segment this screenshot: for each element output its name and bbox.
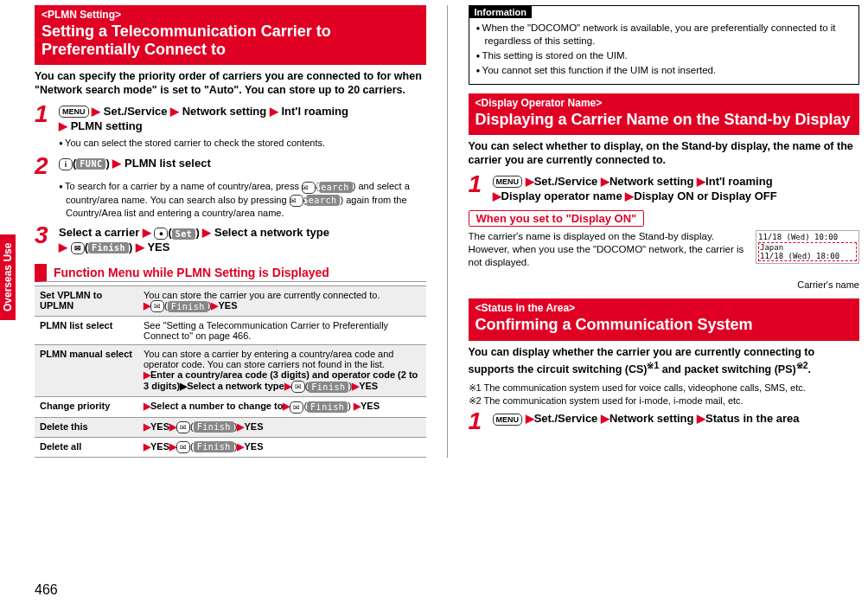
intro-display: You can select whether to display, on th… bbox=[469, 140, 860, 167]
step1-seg1: Set./Service bbox=[104, 105, 168, 118]
table-row: Set VPLMN to UPLMN You can store the car… bbox=[35, 286, 426, 317]
fn-name: Set VPLMN to UPLMN bbox=[35, 286, 138, 317]
arrow-icon: ▶ bbox=[202, 226, 211, 239]
fn-name: Change priority bbox=[35, 397, 138, 417]
fn-desc: ▶YES▶✉(Finish)▶YES bbox=[138, 417, 426, 437]
subsection-display-on: When you set to "Display ON" bbox=[469, 210, 645, 227]
step3: 3 Select a carrier ▶ ●(Set) ▶ Select a n… bbox=[35, 224, 426, 255]
step-num: 1 bbox=[469, 410, 488, 432]
page-number: 466 bbox=[35, 582, 58, 598]
page-columns: <PLMN Setting> Setting a Telecommunicati… bbox=[35, 5, 859, 458]
mail-key-icon: ✉ bbox=[302, 182, 316, 194]
arrow-icon: ▶ bbox=[270, 105, 278, 118]
fn-desc: ▶YES▶✉(Finish)▶YES bbox=[138, 437, 426, 457]
function-menu-header: Function Menu while PLMN Setting is Disp… bbox=[35, 264, 426, 282]
fn-desc: You can store the carrier you are curren… bbox=[138, 286, 426, 317]
arrow-icon: ▶ bbox=[143, 226, 151, 239]
title-plmn: Setting a Telecommunication Carrier to P… bbox=[41, 22, 419, 58]
menu-key-icon: MENU bbox=[59, 106, 89, 118]
header-plmn-setting: <PLMN Setting> Setting a Telecommunicati… bbox=[35, 5, 426, 65]
arrow-icon: ▶ bbox=[170, 105, 179, 118]
display-on-block: 11/18 (Wed) 10:00 Japan 11/18 (Wed) 18:0… bbox=[469, 230, 860, 290]
preview-carrier: Japan bbox=[760, 243, 855, 252]
func-label: FUNC bbox=[76, 158, 105, 170]
step1-seg4: PLMN setting bbox=[71, 119, 143, 132]
arrow-icon: ▶ bbox=[59, 241, 67, 253]
intro-status: You can display whether the carrier you … bbox=[469, 346, 860, 376]
mail-key-icon: ✉ bbox=[176, 421, 190, 433]
intro-plmn: You can specify the priority order of ca… bbox=[35, 70, 426, 97]
status-step1: 1 MENU ▶Set./Service ▶Network setting ▶S… bbox=[469, 410, 860, 432]
fn-name: PLMN manual select bbox=[35, 345, 138, 397]
mail-key-icon: ✉ bbox=[290, 195, 303, 207]
mail-key-icon: ✉ bbox=[291, 381, 305, 393]
i-key-icon: i bbox=[59, 158, 73, 170]
arrow-icon: ▶ bbox=[136, 241, 144, 253]
mail-key-icon: ✉ bbox=[176, 441, 190, 453]
step2-note: To search for a carrier by a name of cou… bbox=[59, 180, 426, 219]
preview-caption: Carrier's name bbox=[469, 279, 860, 290]
step1-num: 1 bbox=[35, 103, 54, 134]
step1-note: You can select the stored carrier to che… bbox=[59, 137, 426, 150]
table-row: Delete this ▶YES▶✉(Finish)▶YES bbox=[35, 417, 426, 437]
preview-line1: 11/18 (Wed) 10:00 bbox=[758, 233, 857, 241]
menu-key-icon: MENU bbox=[493, 414, 523, 426]
step-num: 1 bbox=[469, 173, 488, 204]
footnote1: ※1 The communication system used for voi… bbox=[469, 382, 860, 394]
right-column: Information When the "DOCOMO" network is… bbox=[469, 5, 860, 458]
header-status-area: <Status in the Area> Confirming a Commun… bbox=[469, 298, 860, 341]
mail-key-icon: ✉ bbox=[71, 242, 85, 254]
finish-label: Finish bbox=[88, 242, 129, 253]
step2-num: 2 bbox=[35, 155, 54, 176]
fn-name: Delete this bbox=[35, 417, 138, 437]
step2: 2 i(FUNC) ▶ PLMN list select bbox=[35, 155, 426, 176]
mail-key-icon: ✉ bbox=[150, 300, 164, 312]
fn-desc: You can store a carrier by entering a co… bbox=[138, 345, 426, 397]
center-key-icon: ● bbox=[154, 228, 168, 240]
arrow-icon: ▶ bbox=[112, 157, 121, 170]
info-item: You cannot set this function if the UIM … bbox=[476, 64, 852, 77]
mail-key-icon: ✉ bbox=[290, 401, 303, 414]
table-row: PLMN manual select You can store a carri… bbox=[35, 345, 426, 397]
search-label: Search bbox=[306, 195, 340, 206]
fn-desc: ▶Select a number to change to▶✉(Finish) … bbox=[138, 397, 426, 417]
info-item: This setting is stored on the UIM. bbox=[476, 49, 852, 62]
footnote2: ※2 The communication system used for i-m… bbox=[469, 395, 860, 407]
header-display-operator: <Display Operator Name> Displaying a Car… bbox=[469, 93, 860, 136]
step3-yes: YES bbox=[147, 241, 169, 253]
table-row: Change priority ▶Select a number to chan… bbox=[35, 397, 426, 417]
preview-line2b: 11/18 (Wed) 18:00 bbox=[760, 252, 855, 260]
information-box: Information When the "DOCOMO" network is… bbox=[469, 5, 860, 85]
menu-key-icon: MENU bbox=[493, 176, 523, 188]
search-label: Search bbox=[319, 182, 353, 193]
title-status: Confirming a Communication System bbox=[475, 316, 853, 334]
information-label: Information bbox=[469, 6, 533, 18]
standby-preview: 11/18 (Wed) 10:00 Japan 11/18 (Wed) 18:0… bbox=[756, 230, 859, 264]
fn-name: PLMN list select bbox=[35, 317, 138, 345]
step2-label: PLMN list select bbox=[124, 157, 211, 170]
arrow-icon: ▶ bbox=[92, 105, 100, 118]
step1-seg3: Int'l roaming bbox=[281, 105, 348, 118]
step3-num: 3 bbox=[35, 224, 54, 255]
function-menu-table: Set VPLMN to UPLMN You can store the car… bbox=[35, 285, 426, 457]
set-label: Set bbox=[172, 228, 196, 240]
left-column: <PLMN Setting> Setting a Telecommunicati… bbox=[35, 5, 426, 458]
table-row: Delete all ▶YES▶✉(Finish)▶YES bbox=[35, 437, 426, 457]
info-item: When the "DOCOMO" network is available, … bbox=[476, 22, 852, 48]
fn-name: Delete all bbox=[35, 437, 138, 457]
display-step1: 1 MENU ▶Set./Service ▶Network setting ▶I… bbox=[469, 173, 860, 204]
pretitle-plmn: <PLMN Setting> bbox=[41, 9, 419, 21]
side-tab-overseas-use: Overseas Use bbox=[0, 234, 16, 320]
fn-desc: See "Setting a Telecommunication Carrier… bbox=[138, 317, 426, 345]
step3-a: Select a carrier bbox=[59, 226, 139, 239]
column-divider bbox=[447, 5, 448, 458]
pretitle-display: <Display Operator Name> bbox=[475, 97, 853, 109]
pretitle-status: <Status in the Area> bbox=[475, 302, 853, 314]
step1-seg2: Network setting bbox=[182, 105, 267, 118]
step3-b: Select a network type bbox=[214, 226, 329, 239]
table-row: PLMN list select See "Setting a Telecomm… bbox=[35, 317, 426, 345]
step1: 1 MENU ▶ Set./Service ▶ Network setting … bbox=[35, 103, 426, 134]
arrow-icon: ▶ bbox=[59, 119, 67, 132]
title-display: Displaying a Carrier Name on the Stand-b… bbox=[475, 111, 853, 129]
